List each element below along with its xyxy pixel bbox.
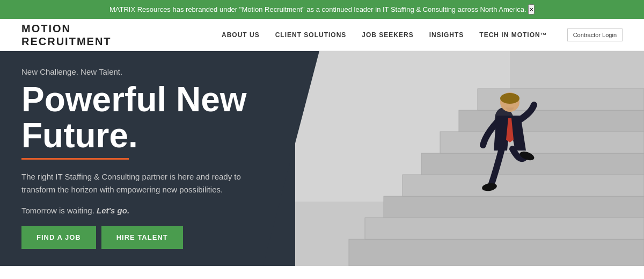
svg-rect-8: [459, 110, 644, 132]
header: MOTION RECRUITMENT ABOUT US CLIENT SOLUT…: [0, 19, 644, 51]
banner-close-button[interactable]: ×: [528, 4, 535, 15]
hero-cta-static: Tomorrow is waiting.: [21, 206, 94, 215]
svg-rect-4: [384, 196, 644, 218]
hero-cta-text: Tomorrow is waiting. Let's go.: [21, 206, 247, 215]
hero-image: [295, 51, 644, 266]
svg-rect-2: [349, 239, 644, 266]
nav-client-solutions[interactable]: CLIENT SOLUTIONS: [269, 27, 353, 43]
svg-rect-3: [365, 218, 644, 239]
hero-background: [295, 51, 644, 266]
svg-rect-7: [440, 132, 644, 153]
navigation: ABOUT US CLIENT SOLUTIONS JOB SEEKERS IN…: [215, 27, 623, 43]
hero-title: Powerful New Future.: [21, 82, 247, 154]
nav-about-us[interactable]: ABOUT US: [215, 27, 266, 43]
nav-job-seekers[interactable]: JOB SEEKERS: [355, 27, 420, 43]
nav-tech-in-motion[interactable]: TECH IN MOTION™: [473, 27, 553, 43]
hero-content: New Challenge. New Talent. Powerful New …: [21, 67, 247, 249]
banner-text: MATRIX Resources has rebranded under "Mo…: [109, 5, 526, 13]
contractor-login-button[interactable]: Contractor Login: [567, 28, 623, 41]
nav-insights[interactable]: INSIGHTS: [423, 27, 471, 43]
logo-text: MOTION RECRUITMENT: [21, 22, 112, 48]
hero-cta-emphasis: Let's go.: [97, 206, 129, 215]
svg-point-12: [500, 93, 519, 104]
hero-title-line2: Future.: [21, 116, 138, 155]
svg-rect-5: [402, 175, 644, 196]
hero-subtitle: New Challenge. New Talent.: [21, 67, 247, 76]
hero-title-line1: Powerful New: [21, 80, 247, 119]
hero-description: The right IT Staffing & Consulting partn…: [21, 170, 247, 196]
stairs-illustration: [295, 51, 644, 266]
hero-buttons: FIND A JOB HIRE TALENT: [21, 226, 247, 249]
logo[interactable]: MOTION RECRUITMENT: [21, 22, 112, 48]
hire-talent-button[interactable]: HIRE TALENT: [101, 226, 183, 249]
hero-divider: [21, 158, 129, 160]
find-job-button[interactable]: FIND A JOB: [21, 226, 96, 249]
announcement-banner: MATRIX Resources has rebranded under "Mo…: [0, 0, 644, 19]
hero-section: New Challenge. New Talent. Powerful New …: [0, 51, 644, 266]
